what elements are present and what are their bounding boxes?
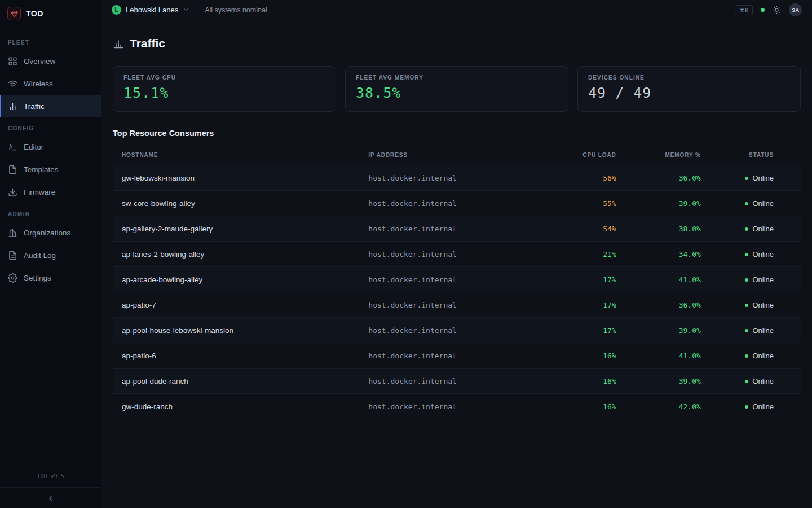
status-badge: Online (745, 199, 774, 208)
cell-memory: 34.0% (621, 242, 705, 267)
sidebar-item-label: Traffic (24, 102, 45, 111)
table-row[interactable]: ap-arcade-bowling-alley host.docker.inte… (113, 267, 801, 292)
sidebar-item-label: Editor (24, 143, 43, 151)
building-icon (8, 228, 17, 238)
cell-cpu: 54% (542, 216, 621, 242)
column-header-status: STATUS (705, 145, 801, 165)
app-logo: TOD (0, 0, 101, 26)
table-row[interactable]: sw-core-bowling-alley host.docker.intern… (113, 191, 801, 216)
cell-memory: 39.0% (621, 369, 705, 394)
grid-icon (8, 56, 17, 66)
status-label: Online (752, 301, 774, 309)
table-header-row: HOSTNAME IP ADDRESS CPU LOAD MEMORY % ST… (113, 145, 801, 165)
sidebar-item-editor[interactable]: Editor (0, 135, 101, 158)
status-badge: Online (745, 402, 774, 411)
online-dot-icon (745, 202, 748, 205)
cell-ip: host.docker.internal (364, 369, 541, 394)
sun-icon (773, 6, 781, 14)
stat-value: 15.1% (123, 85, 325, 101)
cell-cpu: 55% (542, 191, 621, 216)
topbar-right: ⌘K SA (735, 3, 802, 16)
online-dot-icon (745, 253, 748, 256)
theme-toggle-button[interactable] (773, 6, 781, 14)
top-resource-consumers-table: HOSTNAME IP ADDRESS CPU LOAD MEMORY % ST… (113, 145, 801, 419)
cell-hostname: gw-lebowski-mansion (113, 165, 364, 191)
cell-hostname: ap-lanes-2-bowling-alley (113, 242, 364, 267)
online-dot-icon (745, 405, 748, 409)
table-row[interactable]: ap-patio-7 host.docker.internal 17% 36.0… (113, 292, 801, 318)
table-row[interactable]: ap-pool-dude-ranch host.docker.internal … (113, 369, 801, 394)
sidebar-item-traffic[interactable]: Traffic (0, 95, 101, 117)
user-avatar[interactable]: SA (789, 3, 802, 16)
table-row[interactable]: ap-lanes-2-bowling-alley host.docker.int… (113, 242, 801, 267)
table-title: Top Resource Consumers (113, 129, 801, 138)
online-dot-icon (745, 278, 748, 282)
cell-memory: 42.0% (621, 394, 705, 419)
table-row[interactable]: ap-pool-house-lebowski-mansion host.dock… (113, 318, 801, 343)
cell-memory: 36.0% (621, 165, 705, 191)
sidebar-item-organizations[interactable]: Organizations (0, 221, 101, 244)
online-dot-icon (745, 227, 748, 231)
command-palette-shortcut[interactable]: ⌘K (735, 5, 753, 15)
column-header-cpu: CPU LOAD (542, 145, 621, 165)
status-label: Online (752, 199, 774, 208)
status-label: Online (752, 275, 774, 284)
status-badge: Online (745, 352, 774, 360)
page-content: Traffic FLEET AVG CPU 15.1% FLEET AVG ME… (102, 20, 812, 419)
gear-icon (8, 273, 17, 283)
file-text-icon (8, 251, 17, 260)
online-dot-icon (745, 329, 748, 332)
status-badge: Online (745, 225, 774, 233)
status-badge: Online (745, 326, 774, 335)
cell-cpu: 56% (542, 165, 621, 191)
cell-memory: 39.0% (621, 318, 705, 343)
sidebar-item-settings[interactable]: Settings (0, 266, 101, 289)
cell-ip: host.docker.internal (364, 394, 541, 419)
chevron-down-icon (183, 5, 189, 15)
table-row[interactable]: gw-dude-ranch host.docker.internal 16% 4… (113, 394, 801, 419)
page-title-row: Traffic (113, 37, 801, 50)
cell-hostname: ap-patio-7 (113, 292, 364, 318)
cell-ip: host.docker.internal (364, 267, 541, 292)
online-dot-icon (745, 304, 748, 307)
status-label: Online (752, 377, 774, 386)
table-row[interactable]: ap-gallery-2-maude-gallery host.docker.i… (113, 216, 801, 242)
org-switcher[interactable]: L Lebowski Lanes (112, 5, 189, 15)
cell-hostname: ap-pool-house-lebowski-mansion (113, 318, 364, 343)
stat-card-fleet-avg-cpu: FLEET AVG CPU 15.1% (113, 66, 336, 112)
cell-hostname: ap-arcade-bowling-alley (113, 267, 364, 292)
cell-ip: host.docker.internal (364, 242, 541, 267)
table-row[interactable]: gw-lebowski-mansion host.docker.internal… (113, 165, 801, 191)
online-dot-icon (745, 354, 748, 358)
cell-cpu: 17% (542, 267, 621, 292)
topbar: L Lebowski Lanes All systems nominal ⌘K … (102, 0, 812, 20)
bar-chart-icon (113, 38, 124, 49)
status-label: Online (752, 352, 774, 360)
cell-cpu: 17% (542, 318, 621, 343)
table-row[interactable]: ap-patio-6 host.docker.internal 16% 41.0… (113, 343, 801, 369)
wifi-icon (8, 79, 17, 89)
sidebar-collapse-button[interactable] (0, 487, 101, 508)
sidebar-item-overview[interactable]: Overview (0, 50, 101, 72)
download-icon (8, 187, 17, 197)
sidebar-item-templates[interactable]: Templates (0, 158, 101, 181)
sidebar-item-wireless[interactable]: Wireless (0, 72, 101, 95)
stat-label: FLEET AVG CPU (123, 75, 325, 81)
nav-section-config: CONFIG (0, 117, 101, 135)
stat-card-fleet-avg-memory: FLEET AVG MEMORY 38.5% (345, 66, 568, 112)
sidebar-item-label: Templates (24, 165, 59, 174)
status-label: Online (752, 402, 774, 411)
sidebar-item-firmware[interactable]: Firmware (0, 181, 101, 203)
stat-label: DEVICES ONLINE (588, 75, 790, 81)
page-title: Traffic (130, 37, 165, 50)
sidebar-item-audit-log[interactable]: Audit Log (0, 244, 101, 266)
status-label: Online (752, 225, 774, 233)
sidebar-item-label: Firmware (24, 188, 55, 196)
stat-value: 49 / 49 (588, 85, 790, 101)
app-name: TOD (26, 9, 43, 18)
file-icon (8, 165, 17, 174)
status-label: Online (752, 174, 774, 182)
cell-hostname: ap-pool-dude-ranch (113, 369, 364, 394)
cell-cpu: 21% (542, 242, 621, 267)
nav-section-fleet: FLEET (0, 32, 101, 50)
